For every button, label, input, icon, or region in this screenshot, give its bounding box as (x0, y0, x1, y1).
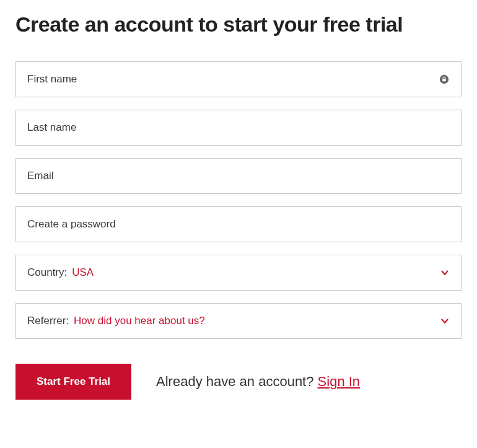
password-input[interactable] (27, 218, 450, 231)
country-select[interactable]: Country: USA (15, 255, 462, 291)
actions-row: Start Free Trial Already have an account… (15, 364, 462, 400)
svg-rect-1 (442, 79, 446, 81)
referrer-select[interactable]: Referrer: How did you hear about us? (15, 303, 462, 339)
prompt-text: Already have an account? (156, 374, 318, 389)
referrer-label: Referrer: (27, 315, 69, 327)
first-name-input[interactable] (27, 73, 450, 86)
first-name-field-wrapper (15, 61, 462, 97)
last-name-input[interactable] (27, 121, 450, 134)
sign-in-link[interactable]: Sign In (318, 374, 361, 389)
last-name-field-wrapper (15, 110, 462, 146)
country-value: USA (72, 266, 94, 279)
lock-icon (439, 74, 450, 85)
password-field-wrapper (15, 206, 462, 242)
referrer-value: How did you hear about us? (74, 315, 205, 327)
chevron-down-icon (440, 268, 450, 278)
country-label: Country: (27, 266, 67, 279)
start-free-trial-button[interactable]: Start Free Trial (15, 364, 131, 400)
account-prompt: Already have an account? Sign In (156, 374, 360, 390)
chevron-down-icon (440, 316, 450, 326)
page-title: Create an account to start your free tri… (15, 12, 462, 37)
email-input[interactable] (27, 170, 450, 182)
email-field-wrapper (15, 158, 462, 194)
